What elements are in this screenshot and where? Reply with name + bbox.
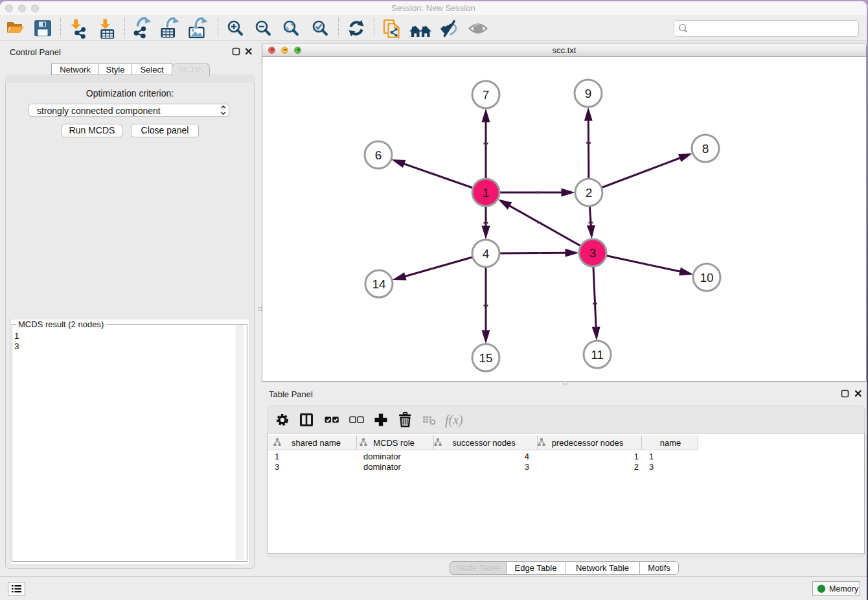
svg-text:f(x): f(x) (445, 413, 463, 428)
